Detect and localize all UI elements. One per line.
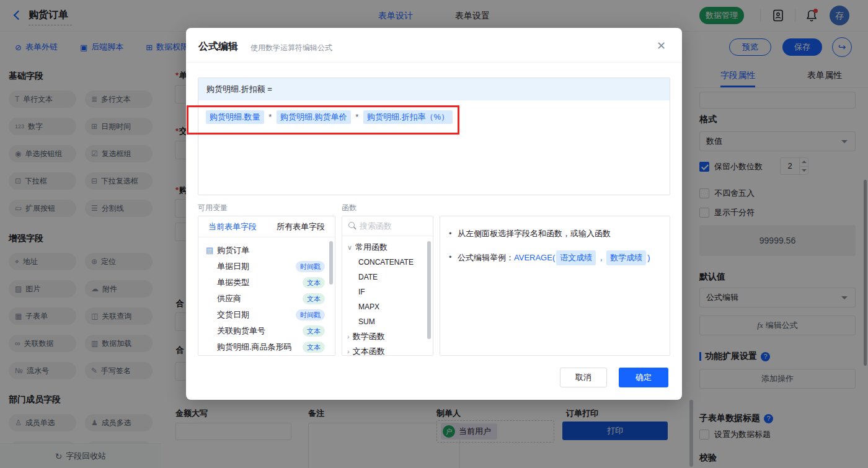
function-list: ∨常用函数 CONCATENATE DATE IF MAPX SUM ›数学函数… (342, 236, 433, 356)
function-search (342, 216, 433, 236)
variable-row[interactable]: 单据类型文本 (198, 275, 335, 291)
function-item[interactable]: SUM (342, 314, 433, 329)
tip-close-paren: ) (647, 253, 650, 262)
tip-comma: ， (597, 253, 605, 262)
formula-edit-modal: 公式编辑 使用数学运算符编辑公式 ✕ 购货明细.折扣额 = 购货明细.数量 * … (186, 28, 682, 400)
form-designer-page: 购货订单 表单设计 表单设置 数据管理 存 ⊘ 表单外链 ▣ 后端脚本 ⊞ (0, 0, 868, 468)
tip-line-1: 从左侧面板选择字段名和函数，或输入函数 (449, 227, 661, 241)
formula-editor[interactable]: 购货明细.折扣额 = 购货明细.数量 * 购货明细.购货单价 * 购货明细.折扣… (198, 77, 670, 195)
type-badge: 文本 (303, 342, 325, 353)
search-icon (348, 222, 355, 228)
group-label: 数学函数 (353, 332, 385, 341)
variable-name: 购货明细.商品条形码 (217, 342, 292, 351)
type-badge: 文本 (303, 325, 325, 337)
type-badge: 文本 (303, 293, 325, 304)
tip-prefix: 公式编辑举例： (458, 253, 514, 262)
variable-row[interactable]: 购货明细.商品条形码文本 (198, 339, 335, 355)
modal-header: 公式编辑 使用数学运算符编辑公式 ✕ (186, 28, 682, 63)
variable-row[interactable]: 供应商文本 (198, 291, 335, 307)
variable-name: 供应商 (217, 294, 241, 303)
tip-function-name: AVERAGE( (514, 253, 555, 262)
functions-scrollbar[interactable] (427, 241, 431, 339)
variables-panel: 当前表单字段 所有表单字段 ▤ 购货订单 单据日期时间戳 单据类型文本 供应商文… (198, 216, 335, 356)
formula-operator: * (355, 112, 358, 121)
chevron-right-icon: › (347, 344, 350, 356)
type-badge: 时间戳 (296, 309, 325, 320)
variables-label: 可用变量 (198, 203, 228, 213)
formula-body[interactable]: 购货明细.数量 * 购货明细.购货单价 * 购货明细.折扣率（%） (198, 100, 670, 134)
tree-root-label: 购货订单 (217, 242, 249, 258)
group-label: 常用函数 (355, 242, 388, 252)
chevron-right-icon: › (347, 329, 350, 344)
formula-tips-panel: 从左侧面板选择字段名和函数，或输入函数 公式编辑举例：AVERAGE(语文成绩，… (440, 216, 670, 356)
variable-name: 关联购货单号 (217, 326, 265, 335)
modal-subtitle: 使用数学运算符编辑公式 (250, 43, 332, 53)
function-item[interactable]: DATE (342, 270, 433, 285)
type-badge: 时间戳 (296, 261, 325, 272)
formula-target: 购货明细.折扣额 = (198, 78, 670, 100)
variable-row[interactable]: 关联购货单号文本 (198, 323, 335, 339)
variables-tabs: 当前表单字段 所有表单字段 (198, 216, 335, 237)
document-icon: ▤ (206, 242, 213, 258)
cancel-button[interactable]: 取消 (560, 368, 607, 387)
variables-scrollbar[interactable] (329, 241, 333, 285)
function-search-input[interactable] (360, 216, 428, 235)
function-item[interactable]: MAPX (342, 299, 433, 314)
function-group-text[interactable]: ›文本函数 (342, 344, 433, 356)
function-item[interactable]: CONCATENATE (342, 255, 433, 270)
tip-line-2: 公式编辑举例：AVERAGE(语文成绩，数学成绩) (449, 250, 661, 265)
variable-name: 单据日期 (217, 262, 249, 271)
function-group-common[interactable]: ∨常用函数 (342, 240, 433, 255)
functions-panel: ∨常用函数 CONCATENATE DATE IF MAPX SUM ›数学函数… (342, 216, 433, 356)
variables-tree: ▤ 购货订单 单据日期时间戳 单据类型文本 供应商文本 交货日期时间戳 关联购货… (198, 237, 335, 355)
variable-name: 单据类型 (217, 278, 249, 287)
group-label: 文本函数 (353, 347, 385, 356)
tip-field-chip: 语文成绩 (556, 250, 596, 265)
formula-field-token[interactable]: 购货明细.购货单价 (277, 110, 351, 124)
function-group-math[interactable]: ›数学函数 (342, 329, 433, 344)
tip-field-chip: 数学成绩 (606, 250, 646, 265)
formula-field-token[interactable]: 购货明细.折扣率（%） (363, 110, 453, 124)
functions-label: 函数 (342, 203, 356, 213)
tab-current-form-fields[interactable]: 当前表单字段 (198, 216, 267, 237)
formula-field-token[interactable]: 购货明细.数量 (206, 110, 264, 124)
close-icon[interactable]: ✕ (657, 39, 666, 53)
variable-row[interactable]: 单据日期时间戳 (198, 258, 335, 275)
variable-row[interactable]: 交货日期时间戳 (198, 307, 335, 323)
variable-name: 交货日期 (217, 310, 249, 319)
tab-all-form-fields[interactable]: 所有表单字段 (267, 216, 335, 237)
type-badge: 文本 (303, 277, 325, 288)
confirm-button[interactable]: 确定 (619, 368, 668, 387)
formula-operator: * (268, 112, 272, 121)
tree-root-form[interactable]: ▤ 购货订单 (198, 242, 335, 258)
chevron-open-icon: ∨ (347, 240, 352, 255)
modal-title: 公式编辑 (198, 40, 238, 53)
function-item[interactable]: IF (342, 285, 433, 299)
